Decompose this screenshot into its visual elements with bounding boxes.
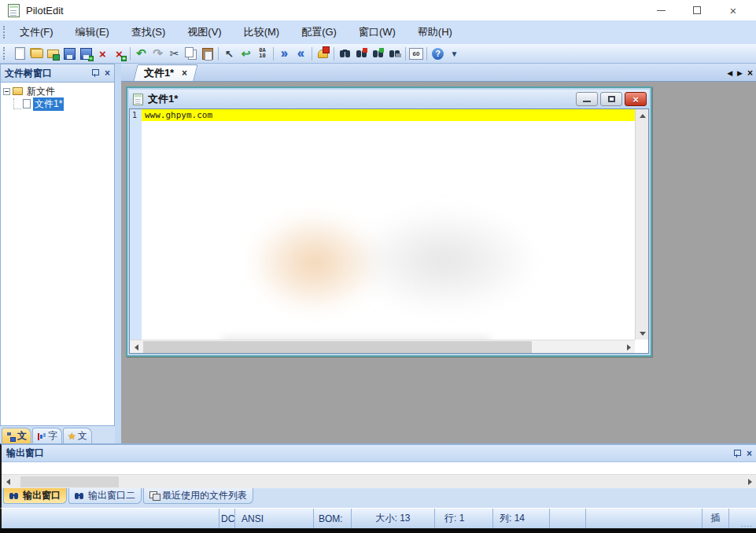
editor-area[interactable]: 1 www.ghpym.com xyxy=(129,108,649,354)
tab-output-1[interactable]: 输出窗口 xyxy=(3,488,67,504)
horizontal-scroll-thumb[interactable] xyxy=(143,341,532,353)
menu-help[interactable]: 帮助(H) xyxy=(410,22,460,42)
toolbar-separator xyxy=(426,47,427,61)
goto-line-icon[interactable]: 60 xyxy=(409,48,423,60)
tab-next-icon[interactable]: ▶ xyxy=(737,70,743,77)
unindent-icon[interactable]: « xyxy=(293,46,308,61)
scroll-left-icon[interactable] xyxy=(2,475,14,488)
tree-file-row[interactable]: 文件1* xyxy=(13,97,112,110)
tab-output-2[interactable]: 输出窗口二 xyxy=(68,488,142,504)
scroll-up-icon[interactable] xyxy=(636,109,649,122)
find-in-files-icon[interactable] xyxy=(387,46,402,61)
maximize-button[interactable] xyxy=(679,0,715,20)
file-tree-panel-title: 文件树窗口 xyxy=(5,67,90,80)
tab-label: 文 xyxy=(17,429,27,443)
highlighted-line[interactable]: www.ghpym.com xyxy=(142,109,635,121)
menu-search[interactable]: 查找(S) xyxy=(124,22,173,42)
panel-close-icon[interactable]: × xyxy=(105,68,110,78)
help-icon[interactable] xyxy=(430,46,445,61)
indent-icon[interactable]: » xyxy=(277,46,292,61)
output-content xyxy=(2,462,756,474)
menu-grip[interactable] xyxy=(3,26,7,39)
toolbar-separator xyxy=(334,47,334,61)
scroll-right-icon[interactable] xyxy=(743,475,756,488)
status-encoding: ANSI xyxy=(235,509,314,528)
document-tab-bar: 文件1* × ◀ ▶ × xyxy=(121,64,756,82)
status-empty xyxy=(550,509,586,528)
panel-splitter[interactable] xyxy=(115,64,121,443)
close-file-icon[interactable]: × xyxy=(95,46,110,61)
pin-icon[interactable] xyxy=(90,68,100,78)
word-wrap-icon[interactable]: ↩ xyxy=(238,46,253,61)
select-cursor-icon[interactable]: ↖ xyxy=(222,46,237,61)
find-icon[interactable] xyxy=(337,46,352,61)
collapse-icon[interactable] xyxy=(3,88,10,95)
output-tabs: 输出窗口 输出窗口二 最近使用的文件列表 xyxy=(2,488,756,508)
find-previous-icon[interactable] xyxy=(354,46,369,61)
tab-character[interactable]: 字 xyxy=(32,428,62,443)
minimize-button[interactable] xyxy=(643,0,679,20)
close-all-files-icon[interactable]: ×+ xyxy=(112,46,127,61)
file-tree-panel-tabs: 文 字 ★ 文 xyxy=(0,426,115,443)
tree-root-label[interactable]: 新文件 xyxy=(25,85,57,98)
toolbar-separator xyxy=(130,47,131,61)
menu-compare[interactable]: 比较(M) xyxy=(236,22,288,42)
open-ftp-icon[interactable] xyxy=(46,46,61,61)
new-file-icon[interactable] xyxy=(13,46,28,61)
save-as-icon[interactable]: + xyxy=(79,46,94,61)
save-icon[interactable] xyxy=(62,46,77,61)
line-number-gutter: 1 xyxy=(130,109,142,340)
open-folder-icon[interactable] xyxy=(29,46,44,61)
tab-label: 输出窗口二 xyxy=(88,489,135,502)
minimize-icon xyxy=(583,101,591,102)
panel-close-icon[interactable]: × xyxy=(747,449,752,458)
doc-close-button[interactable]: × xyxy=(625,92,647,106)
tab-favorites[interactable]: ★ 文 xyxy=(63,428,92,443)
find-next-icon[interactable] xyxy=(371,46,385,61)
restore-icon xyxy=(608,96,615,102)
tab-label: 文 xyxy=(78,429,87,443)
output-scroll-thumb[interactable] xyxy=(20,476,119,487)
scroll-down-icon[interactable] xyxy=(636,327,649,340)
title-bar: PilotEdit × xyxy=(0,0,756,20)
document-window-titlebar[interactable]: 文件1* × xyxy=(129,90,649,108)
doc-minimize-button[interactable] xyxy=(576,92,598,106)
vertical-scrollbar[interactable] xyxy=(635,109,648,340)
mdi-area: 文件1* × 1 www.ghpym.com xyxy=(121,82,756,443)
status-format: DC xyxy=(219,509,235,528)
close-button[interactable]: × xyxy=(715,0,751,20)
tree-root-row[interactable]: 新文件 xyxy=(2,85,112,97)
menu-file[interactable]: 文件(F) xyxy=(12,22,61,42)
tab-file-tree[interactable]: 文 xyxy=(2,428,31,443)
menu-window[interactable]: 窗口(W) xyxy=(351,22,404,42)
redo-icon[interactable]: ↷ xyxy=(150,46,165,61)
horizontal-scrollbar[interactable] xyxy=(130,340,635,353)
scroll-left-icon[interactable] xyxy=(130,340,142,354)
undo-icon[interactable]: ↶ xyxy=(134,46,149,61)
tab-list-close-icon[interactable]: × xyxy=(747,68,753,78)
hex-convert-icon[interactable]: 0A10 xyxy=(255,46,270,61)
output-scrollbar[interactable] xyxy=(2,474,756,488)
resize-grip[interactable] xyxy=(729,509,756,528)
doc-restore-button[interactable] xyxy=(600,92,622,106)
alarm-icon[interactable] xyxy=(315,46,330,61)
tab-document-1[interactable]: 文件1* × xyxy=(133,64,198,81)
toolbar: + × ×+ ↶ ↷ ✂ ↖ ↩ 0A10 » « 60 ▼ xyxy=(0,44,756,64)
toolbar-separator xyxy=(218,47,219,61)
menu-config[interactable]: 配置(G) xyxy=(293,22,345,42)
tab-prev-icon[interactable]: ◀ xyxy=(727,70,732,77)
toolbar-grip[interactable] xyxy=(3,47,7,60)
scroll-right-icon[interactable] xyxy=(622,340,635,354)
tab-recent-files[interactable]: 最近使用的文件列表 xyxy=(143,488,253,504)
file-tree-panel: 文件树窗口 × 新文件 文件1* 文 xyxy=(0,64,115,443)
tab-close-icon[interactable]: × xyxy=(182,68,187,79)
pin-icon[interactable] xyxy=(732,449,742,458)
menu-edit[interactable]: 编辑(E) xyxy=(68,22,117,42)
cut-icon[interactable]: ✂ xyxy=(167,46,182,61)
menu-view[interactable]: 视图(V) xyxy=(179,22,229,42)
paste-icon[interactable] xyxy=(200,46,215,61)
document-icon xyxy=(133,94,143,105)
toolbar-overflow-icon[interactable]: ▼ xyxy=(447,46,462,61)
tree-file-label[interactable]: 文件1* xyxy=(33,97,64,111)
copy-icon[interactable] xyxy=(183,46,198,61)
